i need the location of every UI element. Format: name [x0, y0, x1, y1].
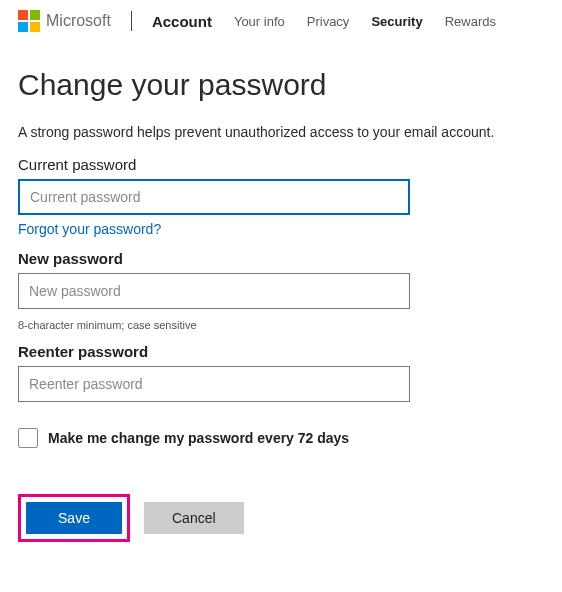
header-nav: Account Your info Privacy Security Rewar…: [152, 13, 496, 30]
page-subtitle: A strong password helps prevent unauthor…: [18, 124, 544, 140]
microsoft-logo-icon: [18, 10, 40, 32]
page-title: Change your password: [18, 68, 544, 102]
force-change-checkbox[interactable]: [18, 428, 38, 448]
reenter-password-label: Reenter password: [18, 343, 544, 360]
brand-name: Microsoft: [46, 12, 111, 30]
save-button-highlight: Save: [18, 494, 130, 542]
password-hint: 8-character minimum; case sensitive: [18, 319, 544, 331]
forgot-password-link[interactable]: Forgot your password?: [18, 221, 161, 237]
nav-rewards[interactable]: Rewards: [445, 14, 496, 29]
nav-account[interactable]: Account: [152, 13, 212, 30]
header-divider: [131, 11, 132, 31]
current-password-input[interactable]: [18, 179, 410, 215]
microsoft-logo[interactable]: Microsoft: [18, 10, 111, 32]
new-password-input[interactable]: [18, 273, 410, 309]
current-password-label: Current password: [18, 156, 544, 173]
main-content: Change your password A strong password h…: [0, 42, 562, 560]
save-button[interactable]: Save: [26, 502, 122, 534]
nav-security[interactable]: Security: [371, 14, 422, 29]
force-change-label: Make me change my password every 72 days: [48, 430, 349, 446]
cancel-button[interactable]: Cancel: [144, 502, 244, 534]
reenter-password-input[interactable]: [18, 366, 410, 402]
nav-privacy[interactable]: Privacy: [307, 14, 350, 29]
button-row: Save Cancel: [18, 494, 544, 542]
force-change-row: Make me change my password every 72 days: [18, 428, 544, 448]
nav-your-info[interactable]: Your info: [234, 14, 285, 29]
new-password-label: New password: [18, 250, 544, 267]
header-bar: Microsoft Account Your info Privacy Secu…: [0, 0, 562, 42]
